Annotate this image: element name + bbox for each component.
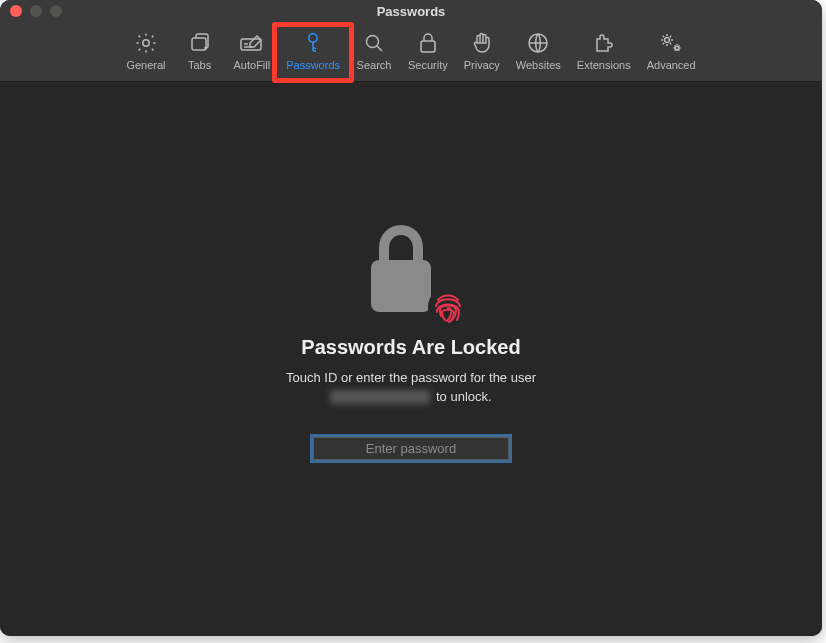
lock-icon — [417, 30, 439, 56]
svg-point-7 — [665, 38, 670, 43]
svg-rect-9 — [371, 260, 431, 312]
locked-heading: Passwords Are Locked — [301, 336, 520, 359]
tab-label: Privacy — [464, 59, 500, 71]
username-redacted — [330, 390, 430, 404]
locked-subtext: Touch ID or enter the password for the u… — [286, 369, 536, 407]
tab-label: AutoFill — [234, 59, 271, 71]
globe-icon — [526, 30, 550, 56]
gear-icon — [134, 30, 158, 56]
tab-websites[interactable]: Websites — [508, 26, 569, 73]
content-area: Passwords Are Locked Touch ID or enter t… — [0, 82, 822, 636]
fingerprint-icon — [427, 286, 469, 328]
svg-rect-5 — [421, 41, 435, 52]
puzzle-icon — [592, 30, 616, 56]
window-title: Passwords — [0, 4, 822, 19]
titlebar: Passwords — [0, 0, 822, 22]
key-icon — [302, 30, 324, 56]
tab-extensions[interactable]: Extensions — [569, 26, 639, 73]
svg-point-3 — [309, 34, 317, 42]
tab-label: Search — [357, 59, 392, 71]
tabs-icon — [188, 30, 212, 56]
subtext-prefix: Touch ID or enter the password for the u… — [286, 370, 536, 385]
tab-label: Security — [408, 59, 448, 71]
search-icon — [362, 30, 386, 56]
tab-search[interactable]: Search — [348, 26, 400, 73]
tab-label: Tabs — [188, 59, 211, 71]
tab-label: Websites — [516, 59, 561, 71]
close-window-button[interactable] — [10, 5, 22, 17]
gears-icon — [658, 30, 684, 56]
password-input[interactable] — [313, 437, 509, 460]
tab-label: Passwords — [286, 59, 340, 71]
lock-illustration — [361, 222, 461, 322]
tab-label: Extensions — [577, 59, 631, 71]
zoom-window-button[interactable] — [50, 5, 62, 17]
preferences-window: Passwords General Tabs AutoFill — [0, 0, 822, 636]
preferences-toolbar: General Tabs AutoFill Passwords — [0, 22, 822, 82]
svg-point-0 — [143, 40, 149, 46]
tab-autofill[interactable]: AutoFill — [226, 26, 279, 73]
tab-privacy[interactable]: Privacy — [456, 26, 508, 73]
tab-general[interactable]: General — [118, 26, 173, 73]
autofill-icon — [239, 30, 265, 56]
svg-point-8 — [675, 46, 679, 50]
minimize-window-button[interactable] — [30, 5, 42, 17]
tab-advanced[interactable]: Advanced — [639, 26, 704, 73]
svg-point-4 — [367, 36, 379, 48]
subtext-suffix: to unlock. — [436, 389, 492, 404]
tab-passwords[interactable]: Passwords — [278, 26, 348, 73]
window-controls — [0, 5, 62, 17]
tab-label: General — [126, 59, 165, 71]
tab-security[interactable]: Security — [400, 26, 456, 73]
tab-label: Advanced — [647, 59, 696, 71]
svg-rect-1 — [192, 38, 206, 50]
hand-icon — [471, 30, 493, 56]
tab-tabs[interactable]: Tabs — [174, 26, 226, 73]
